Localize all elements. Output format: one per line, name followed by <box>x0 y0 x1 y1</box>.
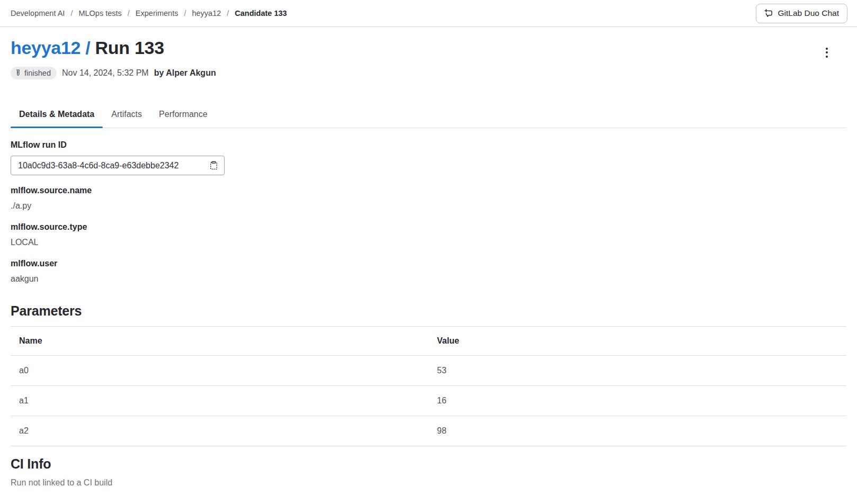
param-value: 16 <box>429 386 846 416</box>
experiment-link[interactable]: heyya12 / <box>11 38 90 58</box>
title-row: heyya12 / Run 133 <box>11 38 846 60</box>
more-actions-button[interactable] <box>819 44 835 60</box>
breadcrumb-item-development-ai[interactable]: Development AI <box>11 9 65 17</box>
run-timestamp: Nov 14, 2024, 5:32 PM <box>62 68 149 78</box>
column-header-value: Value <box>429 327 846 356</box>
run-author: by Alper Akgun <box>154 68 216 78</box>
table-row: a0 53 <box>11 356 846 386</box>
run-id-input[interactable] <box>11 161 207 170</box>
column-header-name: Name <box>11 327 429 356</box>
breadcrumb-item-mlops-tests[interactable]: MLOps tests <box>78 9 121 17</box>
gitlab-duo-chat-button[interactable]: GitLab Duo Chat <box>756 4 847 23</box>
tab-artifacts[interactable]: Artifacts <box>103 104 150 128</box>
field-label: mlflow.user <box>11 259 846 268</box>
status-badge-label: finished <box>24 68 51 78</box>
table-row: a1 16 <box>11 386 846 416</box>
header-bar: Development AI / MLOps tests / Experimen… <box>0 0 857 27</box>
field-value: LOCAL <box>11 238 846 247</box>
breadcrumb-current-candidate: Candidate 133 <box>235 9 287 17</box>
metadata-field: mlflow.user aakgun <box>11 259 846 284</box>
field-value: ./a.py <box>11 201 846 211</box>
ci-info-heading: CI Info <box>11 456 846 472</box>
metadata-field: mlflow.source.name ./a.py <box>11 186 846 211</box>
breadcrumb-separator: / <box>70 9 73 17</box>
details-panel: MLflow run ID mlflow.source.name ./a.py <box>11 128 846 488</box>
parameters-table: Name Value a0 53 a1 16 a2 98 <box>11 326 846 446</box>
param-name: a2 <box>11 416 429 446</box>
ci-info-empty-message: Run not linked to a CI build <box>11 478 846 488</box>
duo-chat-label: GitLab Duo Chat <box>778 8 839 18</box>
breadcrumb: Development AI / MLOps tests / Experimen… <box>11 9 287 17</box>
metadata-field: mlflow.source.type LOCAL <box>11 222 846 247</box>
tab-details-metadata[interactable]: Details & Metadata <box>11 104 103 128</box>
status-badge: finished <box>11 67 57 79</box>
breadcrumb-item-heyya12[interactable]: heyya12 <box>192 9 221 17</box>
field-label: mlflow.source.name <box>11 186 846 195</box>
param-name: a1 <box>11 386 429 416</box>
table-header-row: Name Value <box>11 327 846 356</box>
parameters-heading: Parameters <box>11 303 846 319</box>
run-meta-row: finished Nov 14, 2024, 5:32 PM by Alper … <box>11 67 846 79</box>
run-name: Run 133 <box>95 38 164 58</box>
run-tabs: Details & Metadata Artifacts Performance <box>11 104 846 128</box>
copy-icon <box>209 161 218 170</box>
tab-performance[interactable]: Performance <box>150 104 216 128</box>
param-value: 98 <box>429 416 846 446</box>
breadcrumb-separator: / <box>184 9 186 17</box>
run-id-field <box>11 156 225 175</box>
param-value: 53 <box>429 356 846 386</box>
kebab-icon <box>826 48 828 50</box>
test-tube-icon <box>14 69 22 77</box>
page-title: heyya12 / Run 133 <box>11 38 164 58</box>
table-row: a2 98 <box>11 416 846 446</box>
field-label: mlflow.source.type <box>11 222 846 232</box>
breadcrumb-separator: / <box>128 9 130 17</box>
breadcrumb-separator: / <box>227 9 229 17</box>
breadcrumb-item-experiments[interactable]: Experiments <box>136 9 178 17</box>
main-content: heyya12 / Run 133 finished Nov 14, 2024, <box>0 38 857 488</box>
run-id-label: MLflow run ID <box>11 140 846 150</box>
duo-chat-icon <box>764 9 773 18</box>
mlflow-run-page: Development AI / MLOps tests / Experimen… <box>0 0 857 504</box>
field-value: aakgun <box>11 274 846 284</box>
param-name: a0 <box>11 356 429 386</box>
copy-run-id-button[interactable] <box>207 161 224 170</box>
